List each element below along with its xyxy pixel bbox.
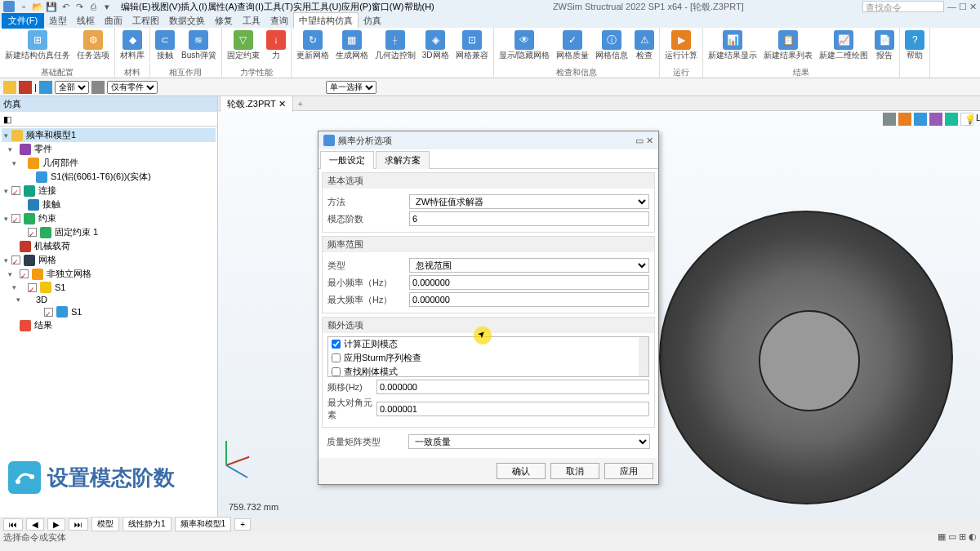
close-icon[interactable]: ✕: [969, 2, 977, 11]
tree-contact[interactable]: 接触: [2, 198, 216, 211]
ok-button[interactable]: 确认: [497, 463, 546, 479]
chk-normal[interactable]: [332, 340, 341, 349]
ribbon-fixed[interactable]: ▽固定约束: [224, 29, 263, 67]
combo-parts[interactable]: 仅有零件: [107, 81, 158, 94]
qat-new-icon[interactable]: ▫: [18, 1, 29, 12]
tree-result[interactable]: 结果: [2, 318, 216, 332]
vt-icon[interactable]: [914, 113, 927, 126]
tab-tools[interactable]: 工具: [238, 13, 265, 29]
tree-3d[interactable]: ▾3D: [2, 294, 216, 305]
vt-icon[interactable]: [945, 113, 958, 126]
menu-window[interactable]: 帮助(H): [404, 1, 434, 13]
method-select[interactable]: ZW特征值求解器: [409, 194, 649, 209]
type-select[interactable]: 忽视范围: [409, 258, 649, 273]
combo-select[interactable]: 单一选择: [326, 81, 376, 94]
tab-repair[interactable]: 修复: [210, 13, 238, 29]
maxfreq-input[interactable]: [409, 292, 649, 307]
ribbon-check[interactable]: ⚠检查: [631, 29, 657, 67]
tab-structsim[interactable]: 中望结构仿真: [293, 12, 359, 29]
ribbon-new-task[interactable]: ⊞新建结构仿真任务: [2, 29, 74, 67]
dialog-titlebar[interactable]: 频率分析选项 ▭✕: [318, 131, 658, 149]
tab-model[interactable]: 造型: [44, 13, 72, 29]
tree-load[interactable]: 机械载荷: [2, 239, 216, 253]
menu-query[interactable]: 工具(T): [264, 1, 293, 13]
btab-freq[interactable]: 频率和模型1: [175, 517, 232, 531]
doc-tab[interactable]: 轮毂.Z3PRT ✕: [220, 96, 293, 112]
dialog-close-icon[interactable]: ✕: [646, 136, 653, 145]
tree-parts[interactable]: ▾零件: [2, 142, 216, 156]
ribbon-material[interactable]: ◆材料库: [117, 29, 148, 67]
tree-geom[interactable]: ▾几何部件: [2, 156, 216, 170]
tb-icon[interactable]: [3, 81, 16, 94]
qat-more-icon[interactable]: ▾: [101, 1, 113, 12]
ribbon-meshqual[interactable]: ✓网格质量: [553, 29, 592, 67]
vt-icon[interactable]: [883, 113, 896, 126]
tab-surface[interactable]: 曲面: [100, 13, 127, 29]
minimize-icon[interactable]: —: [947, 2, 956, 11]
ribbon-edgectrl[interactable]: ⟊几何边控制: [372, 29, 419, 67]
cancel-button[interactable]: 取消: [550, 463, 599, 479]
menu-util[interactable]: 应用(P): [341, 1, 372, 13]
file-tab[interactable]: 文件(F): [2, 13, 44, 29]
tree-constraint[interactable]: ▾约束: [2, 211, 216, 225]
tree-s1b[interactable]: S1: [2, 305, 216, 318]
vt-icon[interactable]: [929, 113, 942, 126]
menu-app[interactable]: 窗口(W): [372, 1, 404, 13]
tb-icon[interactable]: [39, 81, 52, 94]
ribbon-genmesh[interactable]: ▦生成网格: [332, 29, 372, 67]
btab-add[interactable]: +: [234, 518, 251, 531]
vt-icon[interactable]: [898, 113, 911, 126]
dlg-tab-solver[interactable]: 求解方案: [376, 151, 430, 169]
btab-nav-last[interactable]: ⏭: [69, 518, 88, 531]
mass-select[interactable]: 一致质量: [408, 434, 650, 449]
apply-button[interactable]: 应用: [604, 463, 653, 479]
shift-input[interactable]: [376, 380, 649, 394]
ribbon-bush[interactable]: ≋Bush弹簧: [178, 29, 220, 67]
tb-icon[interactable]: [19, 81, 32, 94]
btab-nav-first[interactable]: ⏮: [3, 518, 23, 531]
listbox-scrollbar[interactable]: [639, 337, 648, 376]
qat-open-icon[interactable]: 📂: [32, 1, 43, 12]
menu-tools[interactable]: 实用工具(U): [293, 1, 341, 13]
modes-input[interactable]: [409, 211, 649, 226]
minfreq-input[interactable]: [409, 275, 649, 290]
ribbon-force[interactable]: ↓力: [263, 29, 289, 67]
ribbon-task-opts[interactable]: ⚙任务选项: [74, 29, 113, 67]
menu-view[interactable]: 插入(I): [180, 1, 207, 13]
ribbon-contact[interactable]: ⊂接触: [152, 29, 178, 67]
menu-file[interactable]: 编辑(E): [121, 1, 151, 13]
tab-query[interactable]: 查询: [265, 13, 293, 29]
tab-exchange[interactable]: 数据交换: [164, 13, 210, 29]
side-tab-icon[interactable]: ◧: [0, 112, 15, 127]
maximize-icon[interactable]: ☐: [959, 2, 967, 11]
layer-selector[interactable]: 💡 Layer0000 ▾: [960, 113, 973, 126]
tree-mesh[interactable]: ▾网格: [2, 253, 216, 267]
ribbon-updatemesh[interactable]: ↻更新网格: [293, 29, 332, 67]
menu-edit[interactable]: 视图(V): [151, 1, 181, 13]
ribbon-help[interactable]: ?帮助: [902, 29, 928, 67]
btab-nav-next[interactable]: ▶: [47, 518, 65, 531]
tree-indmesh[interactable]: ▾非独立网格: [2, 267, 216, 281]
tab-drawing[interactable]: 工程图: [127, 13, 164, 29]
chk-sturm[interactable]: [332, 353, 341, 362]
dialog-min-icon[interactable]: ▭: [635, 136, 644, 145]
tree-connect[interactable]: ▾连接: [2, 184, 216, 198]
menu-attr[interactable]: 查询(I): [237, 1, 263, 13]
tree-root[interactable]: ▾频率和模型1: [2, 128, 216, 142]
qat-print-icon[interactable]: ⎙: [87, 1, 99, 12]
btab-nav-prev[interactable]: ◀: [26, 518, 44, 531]
ribbon-meshcompat[interactable]: ⊡网格兼容: [452, 29, 492, 67]
doc-tab-add[interactable]: +: [293, 99, 308, 109]
menu-insert[interactable]: 属性(A): [207, 1, 238, 13]
extra-listbox[interactable]: 计算正则模态 应用Sturm序列检查 查找刚体模式 用户指定频移: [327, 336, 649, 377]
tab-wire[interactable]: 线框: [72, 13, 100, 29]
qat-undo-icon[interactable]: ↶: [60, 1, 71, 12]
qat-save-icon[interactable]: 💾: [46, 1, 57, 12]
ribbon-meshinfo[interactable]: ⓘ网格信息: [592, 29, 631, 67]
ribbon-resdisp[interactable]: 📊新建结果显示: [705, 29, 760, 67]
tree-fixed[interactable]: 固定约束 1: [2, 225, 216, 239]
chk-rigid[interactable]: [332, 367, 341, 376]
ribbon-res2d[interactable]: 📈新建二维绘图: [816, 29, 871, 67]
qat-redo-icon[interactable]: ↷: [74, 1, 85, 12]
tb-icon[interactable]: [91, 81, 105, 94]
